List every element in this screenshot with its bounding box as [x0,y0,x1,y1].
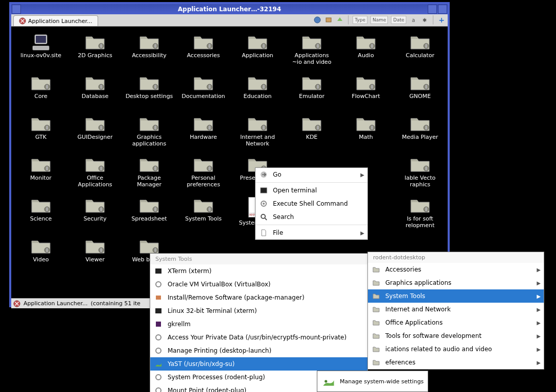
side-menu-item[interactable]: Tools for software development▶ [368,329,544,342]
grid-item[interactable]: Math [340,113,391,152]
titlebar-menu-button[interactable] [12,5,21,14]
grid-item[interactable]: Calculator [395,32,446,70]
grid-item[interactable]: ls for soft relopment [395,195,446,234]
grid-item[interactable]: Emulator [286,72,337,111]
sort-date-button[interactable]: Date [391,16,406,24]
ctx-file[interactable]: File ▶ [256,226,367,239]
submenu-item-label: YaST (/usr/bin/xdg-su) [168,360,235,368]
tab-application-launcher[interactable]: Application Launcher... [13,15,98,26]
tab-label: Application Launcher... [28,18,92,24]
svg-rect-33 [317,85,319,89]
folder-icon [85,115,105,132]
svg-rect-71 [154,207,156,211]
grid-item[interactable]: GUIDesigner [70,113,121,152]
terminal-icon [260,186,268,194]
grid-item[interactable]: Accessibility [124,32,175,70]
sort-name-button[interactable]: Name [370,16,388,24]
grid-item[interactable]: FlowChart [340,72,391,111]
submenu-item[interactable]: Manage Printing (desktop-launch) [150,344,367,357]
add-icon[interactable]: + [437,16,446,24]
globe-icon[interactable] [313,16,321,24]
minimize-button[interactable] [428,5,437,14]
folder-icon [410,34,430,50]
categories-side-menu: rodent-dotdesktop Accessories▶Graphics a… [367,252,544,370]
icon-label: Graphics applications [125,134,174,147]
grid-item[interactable]: Video [15,236,66,275]
side-menu-item[interactable]: Graphics applications▶ [368,276,544,289]
folder-icon [139,115,159,132]
text-size-icon[interactable]: a [409,16,418,24]
pkg-icon[interactable] [325,16,333,24]
grid-item[interactable]: Desktop settings [124,72,175,111]
grid-item[interactable]: Education [232,72,283,111]
grid-item[interactable]: Internet and Network [232,113,283,152]
grid-item[interactable]: Viewer [70,236,121,275]
grid-item[interactable]: lable Vecto raphics [395,154,446,193]
grid-item[interactable]: GNOME [395,72,446,111]
ctx-exec-shell[interactable]: Execute Shell Command [256,197,367,210]
grid-item[interactable]: 2D Graphics [70,32,121,70]
folder-icon [410,115,430,132]
submenu-item[interactable]: YaST (/usr/bin/xdg-su) [150,357,367,371]
up-icon[interactable] [336,16,344,24]
grid-item[interactable]: Science [15,195,66,234]
maximize-button[interactable] [438,5,447,14]
grid-item[interactable]: Documentation [178,72,229,111]
chevron-right-icon: ▶ [537,280,541,286]
folder-icon [410,197,430,213]
grid-item[interactable]: Hardware [178,113,229,152]
svg-rect-89 [155,268,161,274]
ctx-go[interactable]: Go ▶ [256,168,367,181]
gear-icon[interactable]: ✱ [421,16,429,24]
grid-item[interactable]: Applications~io and video [286,32,337,70]
svg-rect-92 [155,308,161,313]
folder-icon [139,197,159,213]
grid-item[interactable]: Core [15,72,66,111]
icon-label: GUIDesigner [77,134,112,140]
folder-icon [356,115,376,132]
submenu-item-icon [154,267,163,275]
side-menu-item[interactable]: eferences▶ [368,356,544,369]
ctx-open-terminal[interactable]: Open terminal [256,184,367,197]
svg-rect-55 [46,166,48,170]
grid-item[interactable]: Monitor [15,154,66,193]
grid-item[interactable]: linux-ov0v.site [15,32,66,70]
grid-item[interactable]: Audio [340,32,391,70]
side-menu-item[interactable]: Office Applications▶ [368,316,544,329]
sort-type-button[interactable]: Type [353,16,367,24]
grid-item[interactable]: Security [70,195,121,234]
folder-small-icon [372,358,380,366]
submenu-item[interactable]: Oracle VM VirtualBox (VirtualBox) [150,278,367,291]
submenu-item[interactable]: gkrellm [150,317,367,331]
side-menu-item[interactable]: ications related to audio and video▶ [368,342,544,356]
svg-rect-13 [208,44,211,48]
submenu-item[interactable]: Access Your Private Data (/usr/bin/ecryp… [150,331,367,344]
grid-item[interactable]: Media Player [395,113,446,152]
side-menu-item[interactable]: Internet and Network▶ [368,303,544,316]
icon-label: System Tools [185,215,222,222]
ctx-search[interactable]: Search [256,210,367,224]
folder-icon [31,75,51,91]
submenu-item[interactable]: Install/Remove Software (package-manager… [150,291,367,304]
grid-item[interactable]: GTK [15,113,66,152]
side-menu-item[interactable]: System Tools▶ [368,289,544,303]
grid-item[interactable]: System Tools [178,195,229,234]
svg-rect-61 [208,166,211,170]
grid-item[interactable]: Accessories [178,32,229,70]
grid-item[interactable]: Application [232,32,283,70]
side-menu-item[interactable]: Accessories▶ [368,263,544,276]
submenu-item[interactable]: XTerm (xterm) [150,264,367,278]
status-text: (containing 51 ite [91,300,141,307]
submenu-item-icon [154,333,163,341]
grid-item[interactable]: Personal preferences [178,154,229,193]
grid-item[interactable]: Office Applications [70,154,121,193]
grid-item[interactable]: Package Manager [124,154,175,193]
submenu-item-label: gkrellm [168,321,191,328]
submenu-item[interactable]: Linux 32-bit Terminal (xterm) [150,304,367,317]
grid-item[interactable]: KDE [286,113,337,152]
grid-item[interactable]: Database [70,72,121,111]
grid-item[interactable]: Spreadsheet [124,195,175,234]
submenu-item-icon [154,320,163,328]
folder-icon [410,75,430,91]
grid-item[interactable]: Graphics applications [124,113,175,152]
